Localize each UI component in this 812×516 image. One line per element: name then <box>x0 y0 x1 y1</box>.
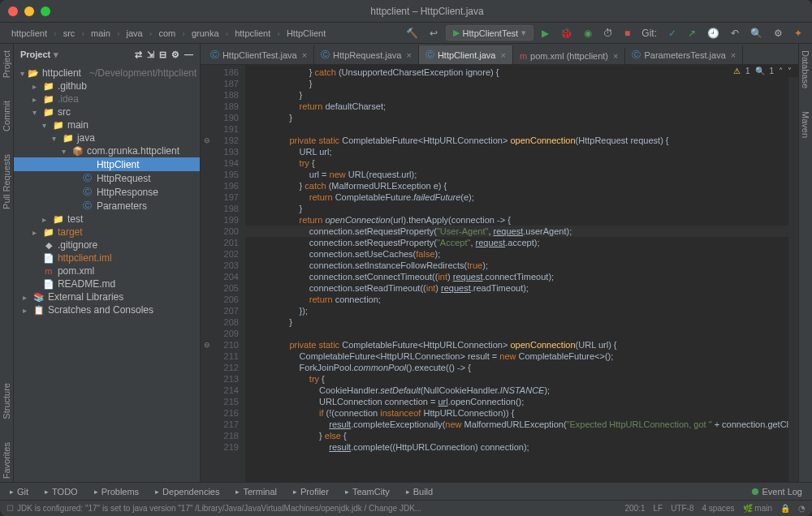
tree-row[interactable]: ⒸHttpClient <box>14 157 200 171</box>
close-tab-icon[interactable]: × <box>613 51 618 61</box>
bottom-tab[interactable]: ▸Problems <box>88 485 145 498</box>
line-gutter[interactable]: 186187188189190191192⊖193194195196197198… <box>201 65 245 482</box>
tree-row[interactable]: ▸📁test <box>14 213 200 226</box>
build-icon[interactable]: 🔨 <box>403 26 421 41</box>
tree-row[interactable]: ▸📁target <box>14 226 200 239</box>
breadcrumb[interactable]: httpclient›src›main›java›com›grunka›http… <box>6 27 330 40</box>
bottom-tab[interactable]: ▸Dependencies <box>149 485 226 498</box>
tree-row[interactable]: mpom.xml <box>14 264 200 277</box>
breadcrumb-item[interactable]: com <box>153 27 180 40</box>
tree-row[interactable]: ▾📁main <box>14 118 200 131</box>
tree-row[interactable]: ⒸParameters <box>14 199 200 213</box>
bottom-tab[interactable]: ▸TODO <box>38 485 84 498</box>
breadcrumb-item[interactable]: HttpClient <box>282 27 330 40</box>
close-tab-icon[interactable]: × <box>731 50 736 60</box>
inspect-up-icon[interactable]: ˄ <box>779 67 783 75</box>
caret-position[interactable]: 200:1 <box>624 504 645 513</box>
bottom-tab[interactable]: ▸TeamCity <box>339 485 396 498</box>
run-config-selector[interactable]: ▶HttpClientTest▾ <box>446 25 533 41</box>
status-message[interactable]: JDK is configured: "17" is set to java v… <box>17 504 421 513</box>
inspection-bar[interactable]: ⚠ 1 🔍 1 ˄ ˅ <box>727 65 798 77</box>
main-toolbar: httpclient›src›main›java›com›grunka›http… <box>0 23 812 44</box>
database-tool-tab[interactable]: Database <box>801 47 810 92</box>
editor-tabs: ⒸHttpClientTest.java×ⒸHttpRequest.java×Ⓒ… <box>201 44 798 65</box>
git-revert-icon[interactable]: ↶ <box>728 26 742 41</box>
project-tool-tab[interactable]: Project <box>2 47 11 81</box>
select-opened-icon[interactable]: ⇄ <box>135 49 142 60</box>
favorites-tool-tab[interactable]: Favorites <box>2 439 11 482</box>
breadcrumb-item[interactable]: java <box>122 27 148 40</box>
tree-row[interactable]: ▾📁src <box>14 105 200 118</box>
stop-icon[interactable]: ■ <box>621 26 633 41</box>
tree-row[interactable]: ▸📁.idea <box>14 92 200 105</box>
breadcrumb-item[interactable]: grunka <box>187 27 224 40</box>
line-sep[interactable]: LF <box>653 504 663 513</box>
pullreq-tool-tab[interactable]: Pull Requests <box>2 151 11 213</box>
git-branch[interactable]: 🌿 main <box>743 504 772 513</box>
debug-icon[interactable]: 🐞 <box>557 26 576 41</box>
breadcrumb-item[interactable]: httpclient <box>6 27 52 40</box>
code-content[interactable]: } catch (UnsupportedCharsetException ign… <box>245 65 788 482</box>
maximize-window[interactable] <box>41 6 50 16</box>
search-icon[interactable]: 🔍 <box>747 26 766 41</box>
git-commit-icon[interactable]: ↗ <box>685 26 699 41</box>
tree-row[interactable]: ▸📋Scratches and Consoles <box>14 303 200 316</box>
sidebar-settings-icon[interactable]: ⚙ <box>171 49 179 60</box>
editor-tab[interactable]: mpom.xml (httpclient)× <box>513 48 626 64</box>
inspect-down-icon[interactable]: ˅ <box>788 67 792 75</box>
structure-tool-tab[interactable]: Structure <box>2 380 11 423</box>
breadcrumb-item[interactable]: main <box>86 27 115 40</box>
tree-row[interactable]: ▾📁java <box>14 131 200 144</box>
tree-row[interactable]: ▾📦com.grunka.httpclient <box>14 144 200 157</box>
expand-all-icon[interactable]: ⇲ <box>147 49 154 60</box>
sidebar-title[interactable]: Project <box>20 49 50 59</box>
close-tab-icon[interactable]: × <box>302 50 307 60</box>
maven-tool-tab[interactable]: Maven <box>801 108 810 141</box>
search-hint-icon: 🔍 <box>755 67 765 75</box>
run-icon[interactable]: ▶ <box>538 26 552 41</box>
coverage-icon[interactable]: ◉ <box>581 26 595 41</box>
git-update-icon[interactable]: ✓ <box>665 26 680 41</box>
minimize-window[interactable] <box>24 6 34 16</box>
bottom-tab[interactable]: ▸Terminal <box>229 485 283 498</box>
sidebar-header: Project ▾ ⇄ ⇲ ⊟ ⚙ — <box>14 44 200 65</box>
prev-config-icon[interactable]: ↩ <box>426 26 441 41</box>
code-editor[interactable]: 186187188189190191192⊖193194195196197198… <box>201 65 798 482</box>
breadcrumb-item[interactable]: src <box>58 27 80 40</box>
left-tool-gutter: Project Commit Pull Requests Structure F… <box>0 44 14 482</box>
commit-tool-tab[interactable]: Commit <box>2 97 11 135</box>
bottom-tab[interactable]: ▸Build <box>400 485 439 498</box>
settings-icon[interactable]: ⚙ <box>771 26 786 41</box>
info-icon: ☐ <box>6 504 14 513</box>
bottom-tab[interactable]: ▸Git <box>3 485 35 498</box>
close-tab-icon[interactable]: × <box>406 50 411 60</box>
tree-row[interactable]: ◆.gitignore <box>14 239 200 252</box>
tree-row[interactable]: ▾📂httpclient~/Development/httpclient <box>14 67 200 80</box>
tree-row[interactable]: ⒸHttpRequest <box>14 171 200 185</box>
close-window[interactable] <box>8 6 18 16</box>
encoding[interactable]: UTF-8 <box>671 504 693 513</box>
profile-icon[interactable]: ⏱ <box>600 26 616 41</box>
hide-sidebar-icon[interactable]: — <box>184 49 193 60</box>
project-tree[interactable]: ▾📂httpclient~/Development/httpclient▸📁.g… <box>14 65 200 482</box>
editor-tab[interactable]: ⒸHttpClient.java× <box>419 45 513 64</box>
bottom-tab[interactable]: ▸Profiler <box>287 485 335 498</box>
git-history-icon[interactable]: 🕘 <box>704 26 723 41</box>
breadcrumb-item[interactable]: httpclient <box>230 27 275 40</box>
error-strip[interactable] <box>788 65 798 482</box>
tree-row[interactable]: ⒸHttpResponse <box>14 185 200 199</box>
editor-tab[interactable]: ⒸHttpRequest.java× <box>314 45 419 64</box>
memory-icon[interactable]: ◔ <box>798 504 806 513</box>
editor-tab[interactable]: ⒸParametersTest.java× <box>625 45 743 64</box>
close-tab-icon[interactable]: × <box>500 50 505 60</box>
event-log-tab[interactable]: Event Log <box>745 485 809 498</box>
ide-updates-icon[interactable]: ✦ <box>791 26 806 41</box>
tree-row[interactable]: 📄httpclient.iml <box>14 252 200 264</box>
editor-tab[interactable]: ⒸHttpClientTest.java× <box>204 45 314 64</box>
tree-row[interactable]: 📄README.md <box>14 277 200 290</box>
collapse-all-icon[interactable]: ⊟ <box>159 49 166 60</box>
lock-icon[interactable]: 🔒 <box>780 504 790 513</box>
indent[interactable]: 4 spaces <box>702 504 735 513</box>
tree-row[interactable]: ▸📚External Libraries <box>14 290 200 303</box>
tree-row[interactable]: ▸📁.github <box>14 80 200 92</box>
